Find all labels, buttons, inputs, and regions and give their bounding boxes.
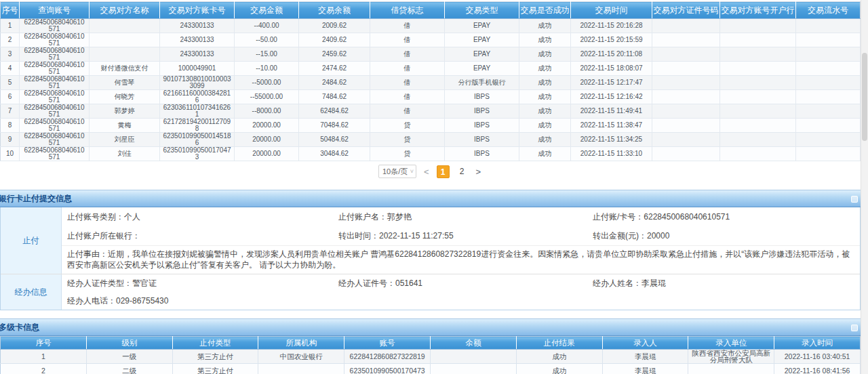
- column-header: 账号: [344, 337, 431, 350]
- column-header: 序号: [1, 2, 20, 19]
- transaction-cell: --15.00: [235, 47, 299, 62]
- transaction-cell: [720, 33, 796, 47]
- transaction-cell: 6228450068040610571: [20, 147, 90, 161]
- transaction-cell: [720, 119, 796, 133]
- transaction-row: 66228450068040610571何晓芳62166116000038428…: [1, 90, 861, 104]
- card-cell: 6228412860827322819: [344, 350, 431, 364]
- field: 止付账户所在银行：: [67, 230, 338, 242]
- transaction-cell: 6228450068040610571: [20, 62, 90, 76]
- page-size-select[interactable]: 10条/页 ˅: [378, 165, 416, 178]
- transaction-cell: 郭梦婷: [90, 104, 160, 119]
- transaction-cell: 借: [370, 33, 445, 47]
- transaction-cell: 30484.62: [299, 147, 370, 161]
- transaction-cell: 何晓芳: [90, 90, 160, 104]
- field-row: 止付账户所在银行：转出时间：2022-11-15 11:27:55转出金额(元)…: [62, 226, 860, 245]
- transaction-cell: [652, 33, 720, 47]
- transaction-cell: 6: [1, 90, 20, 104]
- field-value: 029-86755430: [116, 296, 168, 306]
- transaction-cell: [90, 33, 160, 47]
- field-value: 2022-11-15 11:27:55: [379, 231, 454, 241]
- multi-card-header-row: 序号级别止付类型所属机构账号余额止付结果录入人录入单位录入时间: [1, 337, 861, 350]
- column-header: 交易余额: [299, 2, 370, 19]
- field-label: 转出时间：: [338, 231, 379, 241]
- column-header: 交易对方证件号码: [652, 2, 720, 19]
- field-label: 经办人电话：: [67, 296, 116, 306]
- column-header: 交易时间: [571, 2, 652, 19]
- field-label: 经办人姓名：: [593, 278, 642, 288]
- field-label: 止付事由：: [67, 249, 108, 259]
- transaction-cell: 8: [1, 119, 20, 133]
- transaction-row: 46228450068040610571财付通微信支付1000049901--1…: [1, 62, 861, 76]
- transaction-cell: IBPS: [445, 133, 519, 147]
- transaction-cell: 50484.62: [299, 133, 370, 147]
- next-page-icon[interactable]: >: [475, 167, 483, 177]
- page: 序号查询账号交易对方名称交易对方账卡号交易金额交易余额借贷标志交易类型交易是否成…: [0, 0, 868, 374]
- card-cell: 李晨琨: [602, 350, 688, 364]
- divider: [0, 182, 861, 190]
- column-header: 查询账号: [20, 2, 90, 19]
- transaction-row: 86228450068040610571黄梅621728194200112709…: [1, 119, 861, 133]
- transaction-cell: 3: [1, 47, 20, 62]
- collapse-icon[interactable]: [851, 196, 858, 203]
- card-cell: [688, 364, 774, 374]
- transaction-cell: [720, 62, 796, 76]
- group-body: 止付账号类别：个人止付账户名：郭梦艳止付账/卡号：622845006804061…: [62, 207, 860, 274]
- transaction-cell: 2484.62: [299, 76, 370, 90]
- transaction-cell: [796, 133, 861, 147]
- transaction-cell: 借: [370, 47, 445, 62]
- card-row: 1一级第三方止付中国农业银行6228412860827322819成功李晨琨陕西…: [1, 350, 861, 364]
- transaction-cell: 20000.00: [235, 119, 299, 133]
- transaction-cell: [720, 19, 796, 33]
- column-header: 序号: [1, 337, 87, 350]
- transaction-cell: 借: [370, 19, 445, 33]
- column-header: 交易金额: [235, 2, 299, 19]
- page-number-button[interactable]: 1: [437, 165, 450, 178]
- transaction-cell: 成功: [519, 19, 571, 33]
- column-header: 余额: [430, 337, 516, 350]
- transaction-cell: 2022-11-15 11:33:10: [571, 147, 652, 161]
- card-cell: 陕西省西安市公安局高新分局刑警大队: [688, 350, 774, 364]
- field-value: 警官证: [132, 278, 157, 288]
- content-area: 序号查询账号交易对方名称交易对方账卡号交易金额交易余额借贷标志交易类型交易是否成…: [0, 0, 861, 374]
- transaction-cell: [652, 47, 720, 62]
- column-header: 录入人: [602, 337, 688, 350]
- transaction-cell: 成功: [519, 33, 571, 47]
- transaction-cell: [796, 119, 861, 133]
- transaction-cell: 70484.62: [299, 119, 370, 133]
- transaction-row: 36228450068040610571243300133--15.002459…: [1, 47, 861, 62]
- transaction-cell: 9: [1, 133, 20, 147]
- prev-page-icon[interactable]: <: [422, 167, 431, 177]
- card-cell: [430, 364, 516, 374]
- field-label: 止付账户所在银行：: [67, 231, 140, 241]
- section-title: 多级卡信息: [0, 322, 39, 333]
- transaction-cell: --8000.00: [235, 104, 299, 119]
- field-label: 止付账户名：: [338, 212, 387, 222]
- transaction-cell: 9010713080100100033099: [160, 76, 235, 90]
- scrollbar-thumb[interactable]: [862, 53, 867, 141]
- page-number-button[interactable]: 2: [456, 165, 469, 178]
- field-value: 20000: [647, 231, 669, 241]
- card-cell: 二级: [86, 364, 172, 374]
- transaction-cell: 243300133: [160, 47, 235, 62]
- vertical-scrollbar[interactable]: [861, 0, 868, 374]
- column-header: 交易类型: [445, 2, 519, 19]
- field-label: 经办人证件类型：: [67, 278, 132, 288]
- field: 经办人证件号：051641: [338, 278, 593, 289]
- column-header: 级别: [86, 337, 172, 350]
- collapse-icon[interactable]: [851, 325, 858, 331]
- card-cell: 2: [1, 364, 87, 374]
- transaction-cell: 贷: [370, 133, 445, 147]
- field: 止付账户名：郭梦艳: [338, 211, 593, 223]
- column-header: 止付类型: [172, 337, 258, 350]
- transaction-cell: 2009.62: [299, 19, 370, 33]
- transaction-cell: [720, 47, 796, 62]
- group-label-cell: 止付: [1, 207, 62, 274]
- transaction-cell: 2459.62: [299, 47, 370, 62]
- column-header: 交易对方账号开户行: [720, 2, 796, 19]
- transaction-cell: 成功: [519, 147, 571, 161]
- transaction-cell: 5: [1, 76, 20, 90]
- transaction-row: 16228450068040610571243300133--400.00200…: [1, 19, 861, 33]
- transaction-cell: [652, 62, 720, 76]
- transaction-cell: [796, 19, 861, 33]
- card-cell: 2022-11-16 03:40:51: [774, 350, 861, 364]
